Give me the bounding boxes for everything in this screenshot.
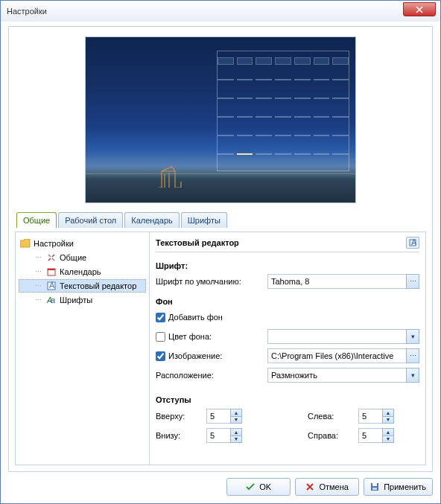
close-button[interactable] bbox=[403, 2, 436, 16]
spin-up-icon[interactable]: ▲ bbox=[383, 409, 393, 417]
bg-color-dropdown-button[interactable]: ▾ bbox=[406, 329, 419, 344]
bg-image-path[interactable]: C:\Program Files (x86)\Interactive bbox=[267, 348, 406, 363]
wallpaper-preview bbox=[85, 36, 356, 203]
margin-left-spinner[interactable]: ▲▼ bbox=[358, 409, 403, 424]
tree-root-label: Настройки bbox=[34, 239, 74, 248]
window-title: Настройки bbox=[7, 7, 47, 16]
margin-right-input[interactable] bbox=[358, 428, 382, 443]
tree-label: Общие bbox=[60, 253, 86, 262]
tree-item-fonts[interactable]: ⋯ Aa Шрифты bbox=[19, 293, 146, 307]
tab-general[interactable]: Общие bbox=[16, 212, 57, 228]
margin-left-input[interactable] bbox=[358, 409, 382, 424]
tree-root[interactable]: Настройки bbox=[19, 237, 146, 250]
preview-area bbox=[15, 33, 426, 207]
margin-left-label: Слева: bbox=[308, 412, 352, 421]
tools-icon bbox=[46, 252, 57, 263]
add-background-label: Добавить фон bbox=[168, 313, 223, 322]
add-background-checkbox[interactable] bbox=[156, 313, 165, 322]
fonts-icon: Aa bbox=[46, 295, 57, 305]
tree-label: Шрифты bbox=[60, 296, 92, 304]
save-icon bbox=[370, 482, 379, 491]
settings-split: Настройки ⋯ Общие ⋯ Календ bbox=[15, 232, 426, 465]
tab-calendar[interactable]: Календарь bbox=[124, 212, 180, 228]
bg-color-row[interactable]: Цвет фона: bbox=[156, 332, 264, 342]
margin-top-input[interactable] bbox=[206, 409, 230, 424]
window-body: Общие Рабочий стол Календарь Шрифты Наст… bbox=[1, 22, 440, 503]
bg-image-label: Изображение: bbox=[168, 351, 222, 360]
font-picker-button[interactable]: ⋯ bbox=[406, 274, 419, 289]
tree-label: Календарь bbox=[60, 267, 101, 276]
tree-item-text-editor[interactable]: ⋯ A Текстовый редактор bbox=[19, 279, 146, 293]
dialog-footer: OK Отмена Применить bbox=[8, 476, 433, 496]
tab-strip: Общие Рабочий стол Календарь Шрифты bbox=[15, 211, 426, 227]
margins-section-header: Отступы bbox=[156, 395, 419, 404]
check-icon bbox=[246, 482, 255, 491]
tree-label: Текстовый редактор bbox=[60, 281, 136, 290]
svg-text:A: A bbox=[49, 281, 55, 290]
layout-dropdown-button[interactable]: ▾ bbox=[406, 368, 419, 383]
cancel-label: Отмена bbox=[319, 482, 348, 491]
margins-grid: Вверху: ▲▼ Слева: ▲▼ Внизу: bbox=[156, 409, 419, 443]
svg-rect-1 bbox=[48, 269, 55, 270]
bg-image-checkbox[interactable] bbox=[156, 351, 165, 361]
font-section-header: Шрифт: bbox=[156, 261, 419, 270]
svg-rect-10 bbox=[372, 488, 377, 490]
calendar-icon bbox=[46, 267, 57, 277]
text-editor-icon: A bbox=[46, 281, 57, 291]
bg-image-row[interactable]: Изображение: bbox=[156, 351, 264, 361]
spin-down-icon[interactable]: ▼ bbox=[383, 417, 393, 424]
margin-top-label: Вверху: bbox=[156, 412, 200, 421]
structure-silhouette bbox=[159, 165, 185, 188]
bg-image-browse-button[interactable]: ⋯ bbox=[406, 348, 419, 363]
form-title: Текстовый редактор bbox=[156, 238, 239, 247]
bg-color-checkbox[interactable] bbox=[156, 332, 165, 342]
ok-label: OK bbox=[259, 482, 271, 491]
tab-desktop[interactable]: Рабочий стол bbox=[58, 212, 123, 228]
svg-rect-9 bbox=[372, 483, 377, 486]
margin-right-spinner[interactable]: ▲▼ bbox=[358, 428, 403, 443]
cancel-button[interactable]: Отмена bbox=[295, 478, 359, 496]
spin-up-icon[interactable]: ▲ bbox=[231, 409, 241, 417]
tab-fonts[interactable]: Шрифты bbox=[181, 212, 227, 228]
layout-value[interactable]: Размножить bbox=[267, 368, 406, 383]
layout-label: Расположение: bbox=[156, 371, 264, 380]
spin-down-icon[interactable]: ▼ bbox=[231, 417, 241, 424]
bg-color-label: Цвет фона: bbox=[168, 332, 212, 341]
add-background-row[interactable]: Добавить фон bbox=[156, 313, 264, 322]
settings-window: Настройки bbox=[0, 0, 441, 504]
bg-section-header: Фон bbox=[156, 297, 419, 306]
apply-button[interactable]: Применить bbox=[364, 478, 433, 496]
svg-text:A: A bbox=[411, 239, 416, 246]
margin-bottom-spinner[interactable]: ▲▼ bbox=[206, 428, 251, 443]
titlebar[interactable]: Настройки bbox=[1, 1, 440, 22]
content-panel: Общие Рабочий стол Календарь Шрифты Наст… bbox=[8, 26, 433, 472]
spin-down-icon[interactable]: ▼ bbox=[231, 436, 241, 443]
cross-icon bbox=[305, 482, 314, 491]
spin-down-icon[interactable]: ▼ bbox=[383, 436, 393, 443]
bg-color-swatch[interactable] bbox=[267, 329, 406, 344]
default-font-label: Шрифт по умолчанию: bbox=[156, 277, 264, 286]
settings-tree: Настройки ⋯ Общие ⋯ Календ bbox=[16, 232, 150, 465]
svg-text:a: a bbox=[51, 296, 55, 304]
folder-icon bbox=[20, 238, 31, 249]
calendar-grid-overlay bbox=[217, 51, 349, 171]
tree-item-general[interactable]: ⋯ Общие bbox=[19, 251, 146, 264]
default-font-value[interactable]: Tahoma, 8 bbox=[267, 274, 406, 289]
margin-bottom-label: Внизу: bbox=[156, 431, 200, 440]
margin-bottom-input[interactable] bbox=[206, 428, 230, 443]
spin-up-icon[interactable]: ▲ bbox=[231, 429, 241, 436]
apply-label: Применить bbox=[384, 482, 426, 491]
form-title-button[interactable]: A bbox=[406, 237, 419, 249]
spin-up-icon[interactable]: ▲ bbox=[383, 429, 393, 436]
ok-button[interactable]: OK bbox=[226, 478, 291, 496]
form-panel: Текстовый редактор A Шрифт: Шрифт по умо… bbox=[150, 232, 425, 465]
tree-item-calendar[interactable]: ⋯ Календарь bbox=[19, 265, 146, 278]
margin-right-label: Справа: bbox=[308, 431, 352, 440]
margin-top-spinner[interactable]: ▲▼ bbox=[206, 409, 251, 424]
